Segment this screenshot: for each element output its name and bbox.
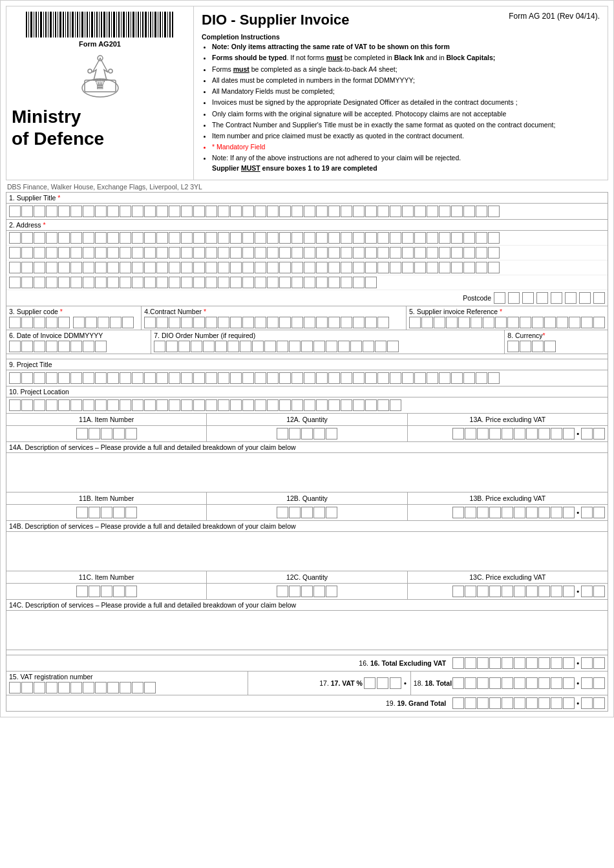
do-box[interactable] <box>228 341 239 352</box>
addr-box[interactable] <box>83 232 94 244</box>
gt-box[interactable] <box>452 697 464 709</box>
cn-box[interactable] <box>304 317 315 328</box>
supplier-title-box[interactable] <box>316 206 328 217</box>
pt-box[interactable] <box>218 372 229 384</box>
addr-box[interactable] <box>46 247 58 259</box>
tot-box[interactable] <box>465 677 476 689</box>
do-box[interactable] <box>203 341 215 352</box>
vp-box[interactable] <box>390 677 401 689</box>
pt-box[interactable] <box>476 372 487 384</box>
addr-box[interactable] <box>267 247 279 259</box>
supplier-title-box[interactable] <box>230 206 242 217</box>
pt-box[interactable] <box>95 372 107 384</box>
sc-box[interactable] <box>98 317 109 328</box>
in-b-box[interactable] <box>125 507 137 518</box>
addr-box[interactable] <box>193 232 205 244</box>
qty-c-box[interactable] <box>326 586 337 597</box>
supplier-title-box[interactable] <box>476 206 487 217</box>
sc-box[interactable] <box>122 317 134 328</box>
pr-a-box[interactable] <box>477 428 489 439</box>
in-c-box[interactable] <box>125 586 137 597</box>
supplier-title-box[interactable] <box>242 206 254 217</box>
curr-box[interactable] <box>544 341 556 352</box>
postcode-box[interactable] <box>536 292 548 304</box>
qty-b-box[interactable] <box>326 507 337 518</box>
addr-box[interactable] <box>107 247 119 259</box>
pl-box[interactable] <box>58 399 70 411</box>
curr-box[interactable] <box>532 341 544 352</box>
addr-box[interactable] <box>58 232 70 244</box>
item-13c-boxes[interactable]: • <box>408 584 608 599</box>
addr-box[interactable] <box>414 247 426 259</box>
curr-box[interactable] <box>520 341 531 352</box>
qty-b-box[interactable] <box>301 507 313 518</box>
addr-box[interactable] <box>267 232 279 244</box>
addr-box[interactable] <box>120 247 131 259</box>
in-a-box[interactable] <box>89 428 100 439</box>
addr-box[interactable] <box>255 247 266 259</box>
tev-box[interactable] <box>538 657 550 669</box>
tot-box[interactable] <box>502 677 513 689</box>
pt-box[interactable] <box>132 372 143 384</box>
sir-box[interactable] <box>458 317 470 328</box>
supplier-title-box[interactable] <box>132 206 143 217</box>
pt-box[interactable] <box>291 372 303 384</box>
pr-a-pence[interactable] <box>581 428 593 439</box>
supplier-title-box[interactable] <box>83 206 94 217</box>
supplier-title-box[interactable] <box>218 206 229 217</box>
postcode-box[interactable] <box>565 292 577 304</box>
addr-box[interactable] <box>439 232 450 244</box>
addr-box[interactable] <box>267 277 279 288</box>
tot-pence[interactable] <box>581 677 593 689</box>
pt-box[interactable] <box>34 372 45 384</box>
addr-box[interactable] <box>463 247 475 259</box>
addr-box[interactable] <box>193 262 205 273</box>
cn-box[interactable] <box>181 317 193 328</box>
supplier-title-box[interactable] <box>365 206 377 217</box>
pl-box[interactable] <box>341 399 352 411</box>
pr-c-box[interactable] <box>477 586 489 597</box>
addr-box[interactable] <box>304 232 315 244</box>
addr-box[interactable] <box>414 262 426 273</box>
gt-box[interactable] <box>489 697 501 709</box>
in-a-box[interactable] <box>113 428 125 439</box>
cn-box[interactable] <box>144 317 156 328</box>
pr-a-box[interactable] <box>563 428 575 439</box>
supplier-title-box[interactable] <box>488 206 500 217</box>
addr-box[interactable] <box>427 247 438 259</box>
curr-box[interactable] <box>507 341 519 352</box>
addr-box[interactable] <box>120 262 131 273</box>
cn-box[interactable] <box>377 317 389 328</box>
postcode-box[interactable] <box>522 292 534 304</box>
item-12b-boxes[interactable] <box>207 505 407 520</box>
qty-a-box[interactable] <box>326 428 337 439</box>
vr-box[interactable] <box>34 682 45 693</box>
qty-c-box[interactable] <box>277 586 288 597</box>
addr-box[interactable] <box>95 277 107 288</box>
addr-box[interactable] <box>21 247 33 259</box>
addr-box[interactable] <box>353 247 365 259</box>
pt-box[interactable] <box>304 372 315 384</box>
supplier-title-box[interactable] <box>34 206 45 217</box>
pt-box[interactable] <box>193 372 205 384</box>
supplier-title-box[interactable] <box>21 206 33 217</box>
addr-box[interactable] <box>193 277 205 288</box>
addr-box[interactable] <box>255 277 266 288</box>
addr-box[interactable] <box>58 277 70 288</box>
addr-box[interactable] <box>132 247 143 259</box>
do-box[interactable] <box>191 341 202 352</box>
supplier-code-boxes[interactable] <box>9 317 138 328</box>
supplier-title-box[interactable] <box>193 206 205 217</box>
pr-c-box[interactable] <box>563 586 575 597</box>
addr-box[interactable] <box>353 277 365 288</box>
pl-box[interactable] <box>70 399 82 411</box>
pt-box[interactable] <box>58 372 70 384</box>
qty-c-box[interactable] <box>313 586 325 597</box>
pl-box[interactable] <box>316 399 328 411</box>
addr-box[interactable] <box>476 247 487 259</box>
supplier-title-box[interactable] <box>279 206 291 217</box>
pt-box[interactable] <box>206 372 217 384</box>
addr-box[interactable] <box>144 232 156 244</box>
addr-box[interactable] <box>120 232 131 244</box>
pr-c-box[interactable] <box>514 586 525 597</box>
